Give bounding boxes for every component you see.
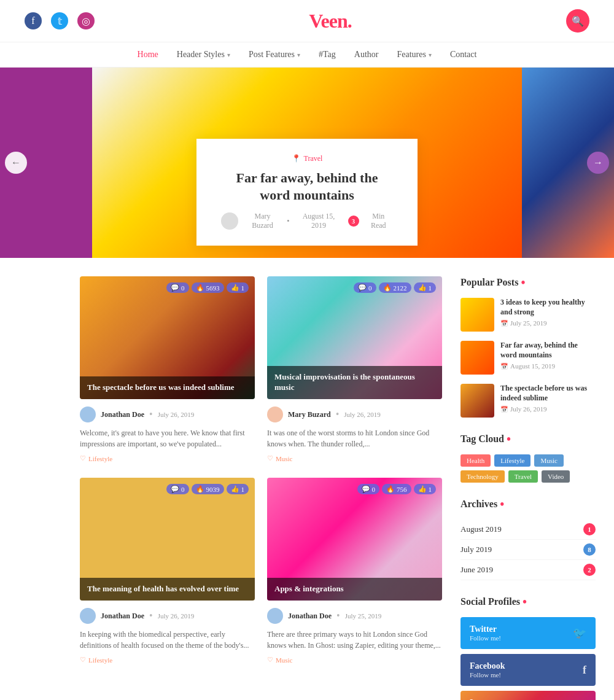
tag-cloud-title: Tag Cloud •	[460, 433, 596, 445]
post-image-1[interactable]: 💬 0 🔥 5693 👍 1 The spectacle before us w…	[80, 276, 255, 399]
facebook-profile-btn[interactable]: Facebook Follow me! f	[460, 654, 596, 686]
popular-posts-section: Popular Posts • 3 ideas to keep you heal…	[460, 276, 596, 418]
nav-item-home[interactable]: Home	[138, 50, 158, 60]
hero-read-label: Min Read	[364, 212, 393, 230]
main-nav: Home Header Styles ▾ Post Features ▾ #Ta…	[0, 42, 614, 68]
popular-post-1-title[interactable]: 3 ideas to keep you healthy and strong	[500, 298, 596, 317]
archive-august[interactable]: August 2019 1	[460, 519, 596, 540]
chevron-down-icon-2: ▾	[297, 52, 300, 58]
post-1-stats: 💬 0 🔥 5693 👍 1	[166, 282, 249, 293]
hero-prev-button[interactable]: ←	[5, 152, 27, 174]
post-1-tag[interactable]: ♡ Lifestyle	[80, 454, 255, 462]
post-4-title[interactable]: Apps & integrations	[267, 578, 442, 601]
tag-cloud-dot: •	[507, 433, 511, 445]
archives-dot: •	[500, 498, 504, 510]
calendar-icon-1: 📅	[500, 320, 508, 327]
facebook-icon: f	[583, 664, 586, 677]
logo-dot: .	[348, 10, 352, 32]
search-button[interactable]: 🔍	[566, 9, 589, 33]
facebook-name: Facebook	[470, 661, 505, 671]
tag-health[interactable]: Health	[460, 454, 491, 467]
popular-post-1-date: 📅 July 25, 2019	[500, 319, 596, 327]
popular-post-2-title[interactable]: Far far away, behind the word mountains	[500, 341, 596, 360]
posts-grid: 💬 0 🔥 5693 👍 1 The spectacle before us w…	[80, 276, 442, 700]
post-3-excerpt: In keeping with the biomedical perspecti…	[80, 629, 255, 651]
archive-june[interactable]: June 2019 2	[460, 560, 596, 580]
post-3-stats: 💬 0 🔥 9039 👍 1	[166, 484, 249, 494]
twitter-profile-btn[interactable]: Twitter Follow me! 🐦	[460, 617, 596, 649]
post-2-author-row: Mary Buzard • July 26, 2019	[267, 406, 442, 422]
twitter-icon: 🐦	[573, 626, 586, 640]
facebook-social-icon[interactable]: f	[25, 12, 42, 29]
post-3-title[interactable]: The meaning of health has evolved over t…	[80, 578, 255, 601]
post-1-author-name: Jonathan Doe	[101, 410, 144, 419]
instagram-profile-btn[interactable]: Instagram Follow me! 📷	[460, 691, 596, 700]
post-4-views: 🔥 756	[382, 484, 411, 494]
tag-music[interactable]: Music	[534, 454, 564, 467]
post-1-title[interactable]: The spectacle before us was indeed subli…	[80, 376, 255, 399]
calendar-icon-3: 📅	[500, 406, 508, 413]
twitter-social-icon[interactable]: 𝕥	[51, 12, 68, 29]
post-1-comments: 💬 0	[166, 282, 189, 293]
nav-item-post-features-link[interactable]: Post Features	[249, 50, 295, 60]
nav-item-header-styles-link[interactable]: Header Styles	[177, 50, 225, 60]
nav-item-header-styles[interactable]: Header Styles ▾	[177, 50, 230, 60]
main-content: 💬 0 🔥 5693 👍 1 The spectacle before us w…	[0, 258, 614, 700]
nav-item-contact[interactable]: Contact	[450, 50, 477, 60]
post-3-tag[interactable]: ♡ Lifestyle	[80, 656, 255, 664]
popular-post-1: 3 ideas to keep you healthy and strong 📅…	[460, 298, 596, 332]
tag-travel[interactable]: Travel	[508, 470, 538, 483]
post-4-tag-icon: ♡	[267, 656, 273, 664]
nav-item-author[interactable]: Author	[354, 50, 379, 60]
posts-row-2: 💬 0 🔥 9039 👍 1 The meaning of health has…	[80, 478, 442, 664]
post-1-author-row: Jonathan Doe • July 26, 2019	[80, 406, 255, 422]
post-4-author-avatar	[267, 608, 283, 624]
popular-posts-dot: •	[521, 276, 525, 289]
hero-next-button[interactable]: →	[587, 152, 609, 174]
post-2-tag[interactable]: ♡ Music	[267, 454, 442, 462]
hero-author-name: Mary Buzard	[243, 212, 282, 230]
tag-icon: ♡	[80, 454, 86, 462]
popular-post-3-date: 📅 July 26, 2019	[500, 405, 596, 413]
post-card-1: 💬 0 🔥 5693 👍 1 The spectacle before us w…	[80, 276, 255, 462]
hero-title[interactable]: Far far away, behind the word mountains	[221, 169, 393, 204]
tag-technology[interactable]: Technology	[460, 470, 505, 483]
post-2-excerpt: It was one of the worst storms to hit Lo…	[267, 427, 442, 449]
archive-july[interactable]: July 2019 8	[460, 540, 596, 560]
post-2-comments: 💬 0	[354, 282, 376, 293]
post-2-title[interactable]: Musical improvisation is the spontaneous…	[267, 366, 442, 399]
post-4-date: July 25, 2019	[345, 612, 382, 620]
post-1-excerpt: Welcome, it's great to have you here. We…	[80, 427, 255, 449]
post-4-author-name: Jonathan Doe	[288, 612, 332, 621]
post-image-3[interactable]: 💬 0 🔥 9039 👍 1 The meaning of health has…	[80, 478, 255, 601]
popular-post-2-thumb	[460, 341, 494, 375]
tag-lifestyle[interactable]: Lifestyle	[494, 454, 530, 467]
post-2-likes: 👍 1	[414, 282, 437, 293]
post-1-author-avatar	[80, 406, 96, 422]
nav-item-tag[interactable]: #Tag	[319, 50, 336, 60]
post-card-4: 💬 0 🔥 756 👍 1 Apps & integrations Jonath…	[267, 478, 442, 664]
tag-video[interactable]: Video	[542, 470, 570, 483]
post-image-2[interactable]: 💬 0 🔥 2122 👍 1 Musical improvisation is …	[267, 276, 442, 399]
post-image-4[interactable]: 💬 0 🔥 756 👍 1 Apps & integrations	[267, 478, 442, 601]
popular-post-3: The spectacle before us was indeed subli…	[460, 384, 596, 418]
popular-post-2-info: Far far away, behind the word mountains …	[500, 341, 596, 375]
calendar-icon-2: 📅	[500, 363, 508, 370]
nav-item-features[interactable]: Features ▾	[397, 50, 431, 60]
post-card-3: 💬 0 🔥 9039 👍 1 The meaning of health has…	[80, 478, 255, 664]
logo[interactable]: Veen.	[309, 10, 351, 33]
post-card-2: 💬 0 🔥 2122 👍 1 Musical improvisation is …	[267, 276, 442, 462]
post-3-comments: 💬 0	[166, 484, 189, 494]
popular-post-3-title[interactable]: The spectacle before us was indeed subli…	[500, 384, 596, 403]
twitter-sub: Follow me!	[470, 634, 501, 642]
twitter-name: Twitter	[470, 624, 501, 634]
instagram-social-icon[interactable]: ◎	[77, 12, 95, 29]
post-3-views: 🔥 9039	[192, 484, 224, 494]
nav-item-features-link[interactable]: Features	[397, 50, 426, 60]
post-2-author-avatar	[267, 406, 283, 422]
post-2-date: July 26, 2019	[344, 411, 381, 418]
logo-text: Veen	[309, 10, 347, 32]
nav-item-post-features[interactable]: Post Features ▾	[249, 50, 300, 60]
popular-post-2: Far far away, behind the word mountains …	[460, 341, 596, 375]
post-4-tag[interactable]: ♡ Music	[267, 656, 442, 664]
